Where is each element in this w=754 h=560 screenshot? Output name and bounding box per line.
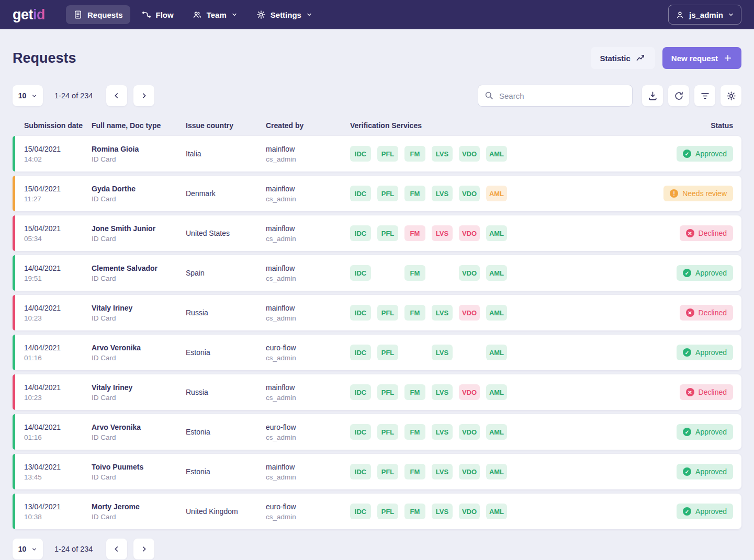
- status-edge: [13, 295, 15, 330]
- doc-type: ID Card: [92, 354, 186, 362]
- verification-services: IDCFMVDOAML: [350, 265, 677, 281]
- nav-item-flow[interactable]: Flow: [134, 5, 181, 24]
- page-size-select[interactable]: 10: [13, 85, 43, 106]
- table-row[interactable]: 14/04/2021 10:23 Vitaly Iriney ID Card R…: [13, 295, 741, 330]
- table-row[interactable]: 13/04/2021 13:45 Toivo Puumets ID Card E…: [13, 454, 741, 489]
- nav-item-requests[interactable]: Requests: [66, 5, 130, 24]
- submission-date: 15/04/2021: [24, 145, 92, 153]
- service-chip-aml: AML: [486, 265, 507, 281]
- status-badge: ✕ Declined: [680, 225, 733, 241]
- status-edge: [13, 494, 15, 529]
- service-chip-empty: [404, 345, 425, 360]
- created-by-user: cs_admin: [266, 354, 350, 362]
- status-label: Approved: [695, 507, 727, 516]
- next-page-button[interactable]: [133, 539, 154, 559]
- table-row[interactable]: 13/04/2021 10:38 Morty Jerome ID Card Un…: [13, 494, 741, 529]
- user-menu-button[interactable]: js_admin: [668, 5, 741, 25]
- verification-services: IDCPFLFMLVSVDOAML: [350, 225, 680, 241]
- service-chip-idc: IDC: [350, 225, 371, 241]
- service-chip-aml: AML: [486, 424, 507, 440]
- brand-logo[interactable]: getid: [13, 7, 45, 23]
- issue-country: United Kingdom: [186, 507, 266, 516]
- export-button[interactable]: [642, 85, 663, 106]
- status-icon: ✓: [683, 467, 691, 476]
- filter-button[interactable]: [694, 85, 715, 106]
- nav-item-settings[interactable]: Settings: [249, 5, 320, 24]
- table-row[interactable]: 15/04/2021 05:34 Jone Smith Junior ID Ca…: [13, 215, 741, 251]
- table-row[interactable]: 14/04/2021 19:51 Clemente Salvador ID Ca…: [13, 255, 741, 291]
- page-title: Requests: [13, 50, 76, 66]
- service-chip-pfl: PFL: [377, 464, 398, 479]
- table-settings-button[interactable]: [721, 85, 741, 106]
- prev-page-button[interactable]: [106, 539, 127, 559]
- statistic-button[interactable]: Statistic: [591, 47, 655, 69]
- service-chip-vdo: VDO: [459, 146, 480, 162]
- service-chip-idc: IDC: [350, 146, 371, 162]
- table-header: Submission date Full name, Doc type Issu…: [13, 121, 741, 136]
- created-by-flow: mainflow: [266, 463, 350, 471]
- submission-date: 15/04/2021: [24, 224, 92, 233]
- next-page-button[interactable]: [133, 85, 154, 106]
- col-issue-country: Issue country: [186, 121, 266, 130]
- table-row[interactable]: 14/04/2021 10:23 Vitaly Iriney ID Card R…: [13, 374, 741, 410]
- service-chip-idc: IDC: [350, 464, 371, 479]
- full-name: Vitaly Iriney: [92, 383, 186, 392]
- submission-time: 13:45: [24, 473, 92, 481]
- table-row[interactable]: 14/04/2021 01:16 Arvo Veronika ID Card E…: [13, 335, 741, 370]
- status-icon: ✕: [686, 308, 694, 317]
- status-icon: ✕: [686, 388, 694, 396]
- service-chip-idc: IDC: [350, 305, 371, 321]
- submission-time: 01:16: [24, 433, 92, 441]
- service-chip-aml: AML: [486, 345, 507, 360]
- service-chip-pfl: PFL: [377, 146, 398, 162]
- full-name: Jone Smith Junior: [92, 224, 186, 233]
- chevron-down-icon: [231, 12, 238, 18]
- user-name: js_admin: [689, 10, 723, 19]
- status-badge: ✓ Approved: [677, 265, 733, 281]
- brand-logo-primary: get: [13, 7, 33, 22]
- status-badge: ! Needs review: [663, 186, 733, 201]
- search-box: [478, 85, 633, 107]
- doc-type: ID Card: [92, 235, 186, 243]
- submission-time: 01:16: [24, 354, 92, 362]
- submission-time: 14:02: [24, 155, 92, 163]
- status-icon: ✓: [683, 150, 691, 158]
- service-chip-pfl: PFL: [377, 186, 398, 201]
- refresh-button[interactable]: [668, 85, 689, 106]
- page-size-select[interactable]: 10: [13, 539, 43, 559]
- service-chip-lvs: LVS: [432, 186, 453, 201]
- doc-type: ID Card: [92, 195, 186, 203]
- submission-time: 10:38: [24, 513, 92, 521]
- prev-page-button[interactable]: [106, 85, 127, 106]
- col-submission-date: Submission date: [24, 121, 92, 130]
- gear-icon: [256, 10, 266, 19]
- nav-item-label: Settings: [271, 10, 301, 19]
- status-icon: ✓: [683, 348, 691, 357]
- status-icon: ✓: [683, 428, 691, 436]
- created-by-user: cs_admin: [266, 433, 350, 441]
- service-chip-aml: AML: [486, 305, 507, 321]
- service-chip-lvs: LVS: [432, 146, 453, 162]
- table-row[interactable]: 15/04/2021 14:02 Romina Gioia ID Card It…: [13, 136, 741, 172]
- created-by-flow: mainflow: [266, 185, 350, 193]
- nav-item-team[interactable]: Team: [185, 5, 245, 24]
- created-by-flow: mainflow: [266, 264, 350, 272]
- service-chip-idc: IDC: [350, 186, 371, 201]
- status-icon: ✕: [686, 229, 694, 237]
- service-chip-pfl: PFL: [377, 384, 398, 400]
- table-row[interactable]: 15/04/2021 11:27 Gyda Dorthe ID Card Den…: [13, 176, 741, 211]
- search-input[interactable]: [478, 85, 633, 107]
- service-chip-vdo: VDO: [459, 464, 480, 479]
- new-request-label: New request: [671, 54, 718, 63]
- submission-date: 13/04/2021: [24, 463, 92, 471]
- submission-date: 14/04/2021: [24, 423, 92, 431]
- service-chip-lvs: LVS: [432, 464, 453, 479]
- status-label: Declined: [699, 388, 727, 396]
- service-chip-pfl: PFL: [377, 424, 398, 440]
- table-row[interactable]: 14/04/2021 01:16 Arvo Veronika ID Card E…: [13, 414, 741, 450]
- status-label: Approved: [695, 467, 727, 476]
- full-name: Arvo Veronika: [92, 344, 186, 352]
- created-by-user: cs_admin: [266, 314, 350, 322]
- new-request-button[interactable]: New request: [662, 47, 741, 69]
- chevron-down-icon: [306, 12, 312, 18]
